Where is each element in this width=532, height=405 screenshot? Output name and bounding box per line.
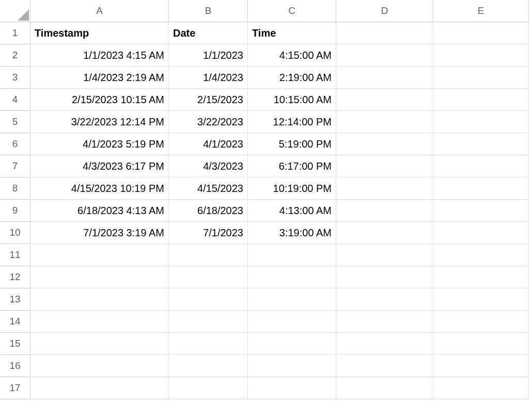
row-header-17[interactable]: 17	[0, 377, 30, 399]
cell-D15[interactable]	[336, 333, 433, 355]
cell-A2[interactable]: 1/1/2023 4:15 AM	[30, 44, 169, 67]
cell-C11[interactable]	[248, 244, 336, 266]
cell-D12[interactable]	[336, 266, 433, 288]
row-header-5[interactable]: 5	[0, 111, 30, 133]
row-header-12[interactable]: 12	[0, 266, 30, 288]
cell-B7[interactable]: 4/3/2023	[169, 155, 248, 177]
cell-E11[interactable]	[433, 244, 529, 266]
row-header-14[interactable]: 14	[0, 311, 30, 333]
cell-A10[interactable]: 7/1/2023 3:19 AM	[30, 222, 169, 244]
cell-C14[interactable]	[248, 311, 336, 333]
cell-B13[interactable]	[169, 288, 248, 311]
col-header-C[interactable]: C	[248, 0, 336, 22]
cell-B8[interactable]: 4/15/2023	[169, 177, 248, 200]
cell-D5[interactable]	[336, 111, 433, 133]
cell-A12[interactable]	[30, 266, 169, 288]
cell-C5[interactable]: 12:14:00 PM	[248, 111, 336, 133]
cell-B5[interactable]: 3/22/2023	[169, 111, 248, 133]
cell-C3[interactable]: 2:19:00 AM	[248, 67, 336, 89]
cell-E10[interactable]	[433, 222, 529, 244]
cell-B17[interactable]	[169, 377, 248, 399]
cell-B16[interactable]	[169, 355, 248, 377]
cell-A4[interactable]: 2/15/2023 10:15 AM	[30, 89, 169, 111]
cell-C13[interactable]	[248, 288, 336, 311]
cell-E8[interactable]	[433, 177, 529, 200]
cell-E14[interactable]	[433, 311, 529, 333]
cell-D11[interactable]	[336, 244, 433, 266]
cell-E6[interactable]	[433, 133, 529, 155]
cell-B3[interactable]: 1/4/2023	[169, 67, 248, 89]
cell-A8[interactable]: 4/15/2023 10:19 PM	[30, 177, 169, 200]
cell-B12[interactable]	[169, 266, 248, 288]
row-header-2[interactable]: 2	[0, 44, 30, 67]
cell-B15[interactable]	[169, 333, 248, 355]
cell-C8[interactable]: 10:19:00 PM	[248, 177, 336, 200]
cell-D13[interactable]	[336, 288, 433, 311]
cell-B1[interactable]: Date	[169, 22, 248, 44]
row-header-10[interactable]: 10	[0, 222, 30, 244]
cell-B11[interactable]	[169, 244, 248, 266]
cell-A3[interactable]: 1/4/2023 2:19 AM	[30, 67, 169, 89]
cell-B14[interactable]	[169, 311, 248, 333]
cell-C9[interactable]: 4:13:00 AM	[248, 200, 336, 222]
row-header-15[interactable]: 15	[0, 333, 30, 355]
row-header-16[interactable]: 16	[0, 355, 30, 377]
cell-A14[interactable]	[30, 311, 169, 333]
cell-E2[interactable]	[433, 44, 529, 67]
cell-D1[interactable]	[336, 22, 433, 44]
cell-A17[interactable]	[30, 377, 169, 399]
cell-E16[interactable]	[433, 355, 529, 377]
cell-D7[interactable]	[336, 155, 433, 177]
cell-C17[interactable]	[248, 377, 336, 399]
col-header-D[interactable]: D	[336, 0, 433, 22]
cell-A15[interactable]	[30, 333, 169, 355]
col-header-B[interactable]: B	[169, 0, 248, 22]
cell-A5[interactable]: 3/22/2023 12:14 PM	[30, 111, 169, 133]
cell-E15[interactable]	[433, 333, 529, 355]
cell-B2[interactable]: 1/1/2023	[169, 44, 248, 67]
select-all-corner[interactable]	[0, 0, 30, 22]
cell-D10[interactable]	[336, 222, 433, 244]
cell-D3[interactable]	[336, 67, 433, 89]
row-header-4[interactable]: 4	[0, 89, 30, 111]
row-header-9[interactable]: 9	[0, 200, 30, 222]
cell-A6[interactable]: 4/1/2023 5:19 PM	[30, 133, 169, 155]
cell-C16[interactable]	[248, 355, 336, 377]
cell-B10[interactable]: 7/1/2023	[169, 222, 248, 244]
cell-B6[interactable]: 4/1/2023	[169, 133, 248, 155]
row-header-6[interactable]: 6	[0, 133, 30, 155]
cell-E5[interactable]	[433, 111, 529, 133]
cell-D16[interactable]	[336, 355, 433, 377]
cell-E9[interactable]	[433, 200, 529, 222]
cell-C1[interactable]: Time	[248, 22, 336, 44]
col-header-E[interactable]: E	[433, 0, 529, 22]
cell-E3[interactable]	[433, 67, 529, 89]
cell-D8[interactable]	[336, 177, 433, 200]
cell-A9[interactable]: 6/18/2023 4:13 AM	[30, 200, 169, 222]
cell-E1[interactable]	[433, 22, 529, 44]
cell-C12[interactable]	[248, 266, 336, 288]
cell-E7[interactable]	[433, 155, 529, 177]
row-header-3[interactable]: 3	[0, 67, 30, 89]
cell-C15[interactable]	[248, 333, 336, 355]
cell-E13[interactable]	[433, 288, 529, 311]
cell-A7[interactable]: 4/3/2023 6:17 PM	[30, 155, 169, 177]
cell-C6[interactable]: 5:19:00 PM	[248, 133, 336, 155]
cell-D9[interactable]	[336, 200, 433, 222]
cell-D2[interactable]	[336, 44, 433, 67]
col-header-A[interactable]: A	[30, 0, 169, 22]
row-header-7[interactable]: 7	[0, 155, 30, 177]
cell-C2[interactable]: 4:15:00 AM	[248, 44, 336, 67]
cell-D17[interactable]	[336, 377, 433, 399]
cell-A1[interactable]: Timestamp	[30, 22, 169, 44]
cell-C7[interactable]: 6:17:00 PM	[248, 155, 336, 177]
cell-D14[interactable]	[336, 311, 433, 333]
cell-D6[interactable]	[336, 133, 433, 155]
cell-B9[interactable]: 6/18/2023	[169, 200, 248, 222]
row-header-13[interactable]: 13	[0, 288, 30, 311]
cell-A11[interactable]	[30, 244, 169, 266]
cell-E17[interactable]	[433, 377, 529, 399]
cell-E4[interactable]	[433, 89, 529, 111]
cell-C10[interactable]: 3:19:00 AM	[248, 222, 336, 244]
cell-D4[interactable]	[336, 89, 433, 111]
